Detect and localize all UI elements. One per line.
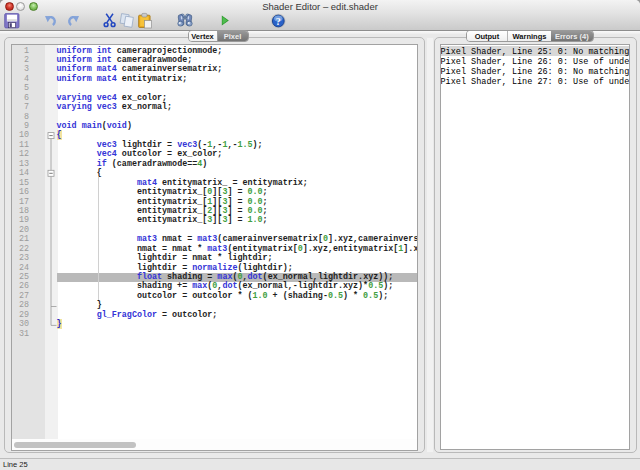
svg-text:?: ? [276,16,281,27]
